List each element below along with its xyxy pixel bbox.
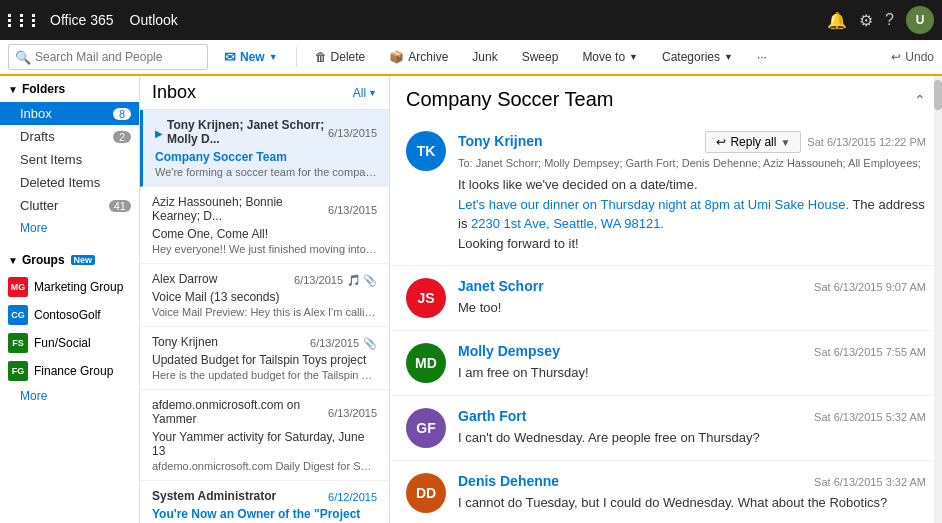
message-date-3: Sat 6/13/2015 7:55 AM [814, 346, 926, 358]
detail-title: Company Soccer Team [406, 88, 614, 111]
sidebar-item-drafts[interactable]: Drafts 2 [0, 125, 139, 148]
inbox-title: Inbox [152, 82, 196, 103]
sidebar-item-contosogolf[interactable]: CG ContosoGolf [0, 301, 139, 329]
all-chevron: ▼ [368, 88, 377, 98]
email-item-5[interactable]: afdemo.onmicrosoft.com on Yammer 6/13/20… [140, 390, 389, 481]
message-header-2: Janet Schorr Sat 6/13/2015 9:07 AM [458, 278, 926, 294]
email-subject-1: Company Soccer Team [155, 150, 377, 164]
message-sender-5: Denis Dehenne [458, 473, 559, 489]
message-content-5: Denis Dehenne Sat 6/13/2015 3:32 AM I ca… [458, 473, 926, 513]
scrollbar-track[interactable] [934, 76, 942, 523]
groups-more[interactable]: More [0, 385, 139, 407]
email-subject-4: Updated Budget for Tailspin Toys project [152, 353, 377, 367]
email-preview-1: We're forming a soccer team for the comp… [155, 166, 377, 178]
sender-avatar-4: GF [406, 408, 446, 448]
archive-icon: 📦 [389, 50, 404, 64]
categories-chevron: ▼ [724, 52, 733, 62]
email-date-1: 6/13/2015 [328, 127, 377, 139]
sender-avatar-5: DD [406, 473, 446, 513]
search-input[interactable] [35, 50, 185, 64]
message-item-1: TK Tony Krijnen ↩ Reply all ▼ Sat 6/13/2… [390, 119, 942, 266]
groups-chevron: ▼ [8, 255, 18, 266]
folders-header[interactable]: ▼ Folders [0, 76, 139, 102]
help-icon[interactable]: ? [885, 11, 894, 29]
user-avatar[interactable]: U [906, 6, 934, 34]
email-preview-2: Hey everyone!! We just finished moving i… [152, 243, 377, 255]
undo-button[interactable]: ↩ Undo [891, 50, 934, 64]
sidebar-item-clutter[interactable]: Clutter 41 [0, 194, 139, 217]
marketing-avatar: MG [8, 277, 28, 297]
new-icon: ✉ [224, 49, 236, 65]
search-icon: 🔍 [15, 50, 31, 65]
email-item-4[interactable]: Tony Krijnen 6/13/2015 📎 Updated Budget … [140, 327, 389, 390]
app-label: Outlook [130, 12, 828, 28]
sidebar: ▼ Folders Inbox 8 Drafts 2 Sent Items De… [0, 76, 140, 523]
scrollbar-thumb[interactable] [934, 80, 942, 110]
dinner-link[interactable]: Let's have our dinner on Thursday night … [458, 197, 849, 212]
moveto-chevron: ▼ [629, 52, 638, 62]
more-button[interactable]: ··· [749, 47, 775, 67]
email-subject-2: Come One, Come All! [152, 227, 377, 241]
sidebar-item-inbox[interactable]: Inbox 8 [0, 102, 139, 125]
address-link[interactable]: 2230 1st Ave, Seattle, WA 98121. [471, 216, 664, 231]
reply-icon: ↩ [716, 135, 726, 149]
message-body-2: Me too! [458, 298, 926, 318]
groups-header[interactable]: ▼ Groups New [0, 247, 139, 273]
email-item-1[interactable]: ▶ Tony Krijnen; Janet Schorr; Molly D...… [140, 110, 389, 187]
archive-button[interactable]: 📦 Archive [381, 47, 456, 67]
sidebar-item-finance[interactable]: FG Finance Group [0, 357, 139, 385]
sidebar-item-fun[interactable]: FS Fun/Social [0, 329, 139, 357]
detail-pane-wrap: Company Soccer Team ⌃ TK Tony Krijnen ↩ … [390, 76, 942, 523]
message-item-5: DD Denis Dehenne Sat 6/13/2015 3:32 AM I… [390, 461, 942, 523]
all-link[interactable]: All ▼ [353, 86, 377, 100]
message-header-4: Garth Fort Sat 6/13/2015 5:32 AM [458, 408, 926, 424]
sweep-button[interactable]: Sweep [514, 47, 567, 67]
junk-button[interactable]: Junk [464, 47, 505, 67]
finance-avatar: FG [8, 361, 28, 381]
email-item-3[interactable]: Alex Darrow 6/13/2015 🎵 📎 Voice Mail (13… [140, 264, 389, 327]
new-button[interactable]: ✉ New ▼ [216, 46, 286, 68]
reply-all-button[interactable]: ↩ Reply all ▼ [705, 131, 801, 153]
detail-header: Company Soccer Team ⌃ [390, 76, 942, 119]
collapse-icon[interactable]: ⌃ [914, 92, 926, 108]
undo-icon: ↩ [891, 50, 901, 64]
message-content-1: Tony Krijnen ↩ Reply all ▼ Sat 6/13/2015… [458, 131, 926, 253]
email-list-header: Inbox All ▼ [140, 76, 389, 110]
inbox-badge: 8 [113, 108, 131, 120]
message-content-3: Molly Dempsey Sat 6/13/2015 7:55 AM I am… [458, 343, 926, 383]
attachment-icon-3: 📎 [363, 274, 377, 287]
sender-avatar-3: MD [406, 343, 446, 383]
separator [296, 47, 297, 67]
bell-icon[interactable]: 🔔 [827, 11, 847, 30]
message-sender-3: Molly Dempsey [458, 343, 560, 359]
app-grid-icon[interactable] [8, 14, 42, 27]
email-date-5: 6/13/2015 [328, 407, 377, 419]
message-sender-2: Janet Schorr [458, 278, 544, 294]
sidebar-item-deleted[interactable]: Deleted Items [0, 171, 139, 194]
email-item-2[interactable]: Aziz Hassouneh; Bonnie Kearney; D... 6/1… [140, 187, 389, 264]
delete-button[interactable]: 🗑 Delete [307, 47, 374, 67]
new-dropdown-icon: ▼ [269, 52, 278, 62]
sidebar-item-sent[interactable]: Sent Items [0, 148, 139, 171]
top-bar-actions: 🔔 ⚙ ? U [827, 6, 934, 34]
message-header-1: Tony Krijnen ↩ Reply all ▼ Sat 6/13/2015… [458, 131, 926, 153]
folders-more[interactable]: More [0, 217, 139, 239]
moveto-button[interactable]: Move to ▼ [574, 47, 646, 67]
sender-avatar-2: JS [406, 278, 446, 318]
message-body-5: I cannot do Tuesday, but I could do Wedn… [458, 493, 926, 513]
email-item-6[interactable]: System Administrator 6/12/2015 You're No… [140, 481, 389, 523]
sidebar-item-marketing[interactable]: MG Marketing Group [0, 273, 139, 301]
email-subject-3: Voice Mail (13 seconds) [152, 290, 377, 304]
voicemail-icon: 🎵 [347, 274, 361, 287]
gear-icon[interactable]: ⚙ [859, 11, 873, 30]
groups-new-badge: New [71, 255, 96, 265]
contosogolf-avatar: CG [8, 305, 28, 325]
categories-button[interactable]: Categories ▼ [654, 47, 741, 67]
email-date-2: 6/13/2015 [328, 204, 377, 216]
email-preview-4: Here is the updated budget for the Tails… [152, 369, 377, 381]
message-body-3: I am free on Thursday! [458, 363, 926, 383]
search-box[interactable]: 🔍 [8, 44, 208, 70]
message-item-2: JS Janet Schorr Sat 6/13/2015 9:07 AM Me… [390, 266, 942, 331]
toolbar: 🔍 ✉ New ▼ 🗑 Delete 📦 Archive Junk Sweep … [0, 40, 942, 76]
fun-avatar: FS [8, 333, 28, 353]
